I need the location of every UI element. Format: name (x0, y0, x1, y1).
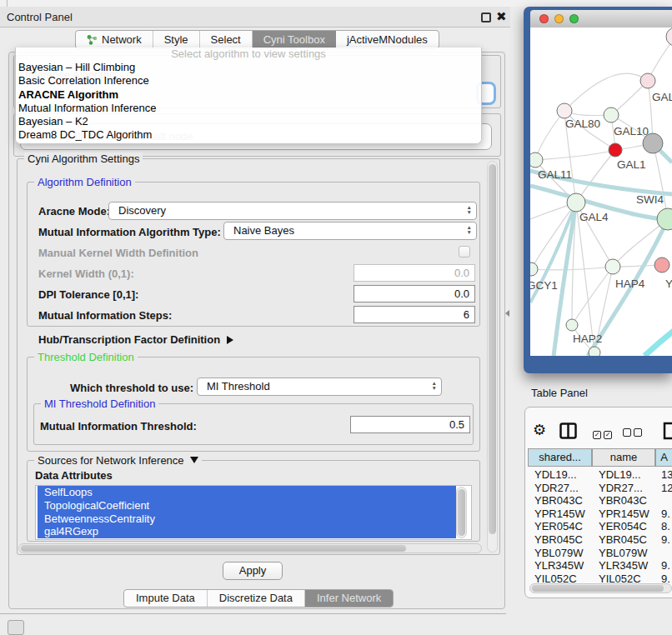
table-cell[interactable]: YER054C (599, 520, 657, 532)
mi-algorithm-type-select[interactable]: Naive Bayes ▲ ▼ (223, 222, 477, 240)
select-all-icon[interactable]: ✓✓ (593, 427, 614, 439)
tab-jactivemnodules[interactable]: jActiveMNodules (336, 31, 439, 48)
network-node-gal[interactable] (640, 73, 655, 88)
table-cell[interactable]: YBL079W (599, 547, 657, 559)
network-edge[interactable] (576, 202, 594, 352)
table-cell[interactable]: YPR145W (534, 508, 594, 520)
tab-cyni-toolbox[interactable]: Cyni Toolbox (253, 31, 336, 48)
node-label: Y (665, 278, 672, 290)
node-label: HAP4 (615, 278, 645, 290)
table-cell[interactable]: 13 (661, 468, 672, 481)
dropdown-item[interactable]: ARACNE Algorithm (16, 88, 481, 102)
data-attributes-list[interactable]: SelfLoopsTopologicalCoefficientBetweenne… (35, 485, 472, 540)
tab-label: jActiveMNodules (347, 33, 428, 46)
network-edge[interactable] (535, 111, 564, 160)
table-cell[interactable]: YBR045C (599, 533, 657, 546)
collapsed-panel-button[interactable] (8, 620, 24, 635)
table-cell[interactable]: YLR345W (599, 559, 657, 572)
table-cell[interactable]: YDL19... (534, 468, 594, 481)
dropdown-item[interactable]: Basic Correlation Inference (16, 74, 481, 88)
table-cell[interactable]: YDL19... (599, 468, 657, 481)
tab-select[interactable]: Select (200, 31, 253, 48)
tab-network[interactable]: Network (76, 31, 153, 48)
table-cell[interactable]: YDR27... (599, 482, 657, 494)
aracne-mode-select[interactable]: Discovery ▲ ▼ (108, 202, 477, 220)
tab-infer-network[interactable]: Infer Network (305, 590, 393, 607)
manual-kernel-width-checkbox[interactable] (459, 246, 470, 258)
mi-threshold-input[interactable]: 0.5 (350, 416, 470, 433)
table-cell[interactable]: YBR043C (534, 494, 594, 507)
tab-style[interactable]: Style (153, 31, 200, 48)
sources-toggle[interactable]: Sources for Network Inference (34, 454, 202, 467)
network-node-hap2[interactable] (566, 319, 578, 331)
node-label: GAL1 (617, 158, 646, 171)
network-node-gal11[interactable] (530, 152, 543, 168)
network-node-swi4[interactable] (657, 208, 672, 230)
table-cell[interactable]: YBL079W (534, 547, 594, 559)
dropdown-item[interactable]: Mutual Information Inference (16, 102, 481, 115)
dropdown-item[interactable]: Dream8 DC_TDC Algorithm (16, 128, 481, 142)
which-threshold-select[interactable]: MI Threshold ▲ ▼ (197, 378, 442, 396)
attribute-list-item[interactable]: gal4RGexp (38, 525, 456, 538)
close-icon[interactable]: ✖ (496, 9, 507, 24)
network-window-titlebar[interactable] (530, 10, 672, 28)
network-node-gal4[interactable] (567, 193, 585, 212)
dpi-tolerance-input[interactable]: 0.0 (354, 285, 475, 302)
network-canvas[interactable]: GALGAL80GAL10GAL1GAL11SWI4GAL4GCY1HAP4YH… (530, 28, 672, 356)
attribute-list-item[interactable]: SelfLoops (38, 486, 456, 499)
column-header-shared...[interactable]: shared... (528, 448, 592, 467)
table-cell[interactable]: YBR043C (599, 494, 657, 507)
attribute-list-item[interactable]: BetweennessCentrality (38, 512, 456, 526)
table-cell[interactable]: 9. (661, 533, 672, 546)
network-node[interactable] (666, 28, 672, 46)
table-horizontal-scrollbar[interactable] (529, 583, 672, 593)
network-edge[interactable] (644, 331, 672, 356)
table-cell[interactable]: YER054C (534, 520, 594, 532)
network-edge[interactable] (564, 73, 648, 111)
dropdown-item[interactable]: Bayesian – K2 (16, 115, 481, 128)
table-cell[interactable]: YLR345W (534, 559, 594, 572)
network-edge[interactable] (576, 150, 615, 202)
apply-button[interactable]: Apply (223, 562, 283, 580)
table-cell[interactable]: 9. (661, 559, 672, 572)
attribute-list-item[interactable]: TopologicalCoefficient (38, 499, 456, 512)
deselect-all-icon[interactable] (623, 427, 644, 439)
network-node-gal80[interactable] (557, 103, 572, 118)
network-node-y[interactable] (654, 258, 669, 272)
mi-steps-input[interactable]: 6 (354, 306, 475, 323)
network-node-gal10[interactable] (604, 108, 619, 122)
table-cell[interactable]: 8. (661, 520, 672, 532)
dropdown-item[interactable]: Bayesian – Hill Climbing (16, 61, 481, 74)
table-cell[interactable]: 12 (661, 482, 672, 494)
network-node[interactable] (643, 133, 663, 153)
panel-resize-handle[interactable] (505, 310, 509, 317)
mi-algorithm-type-value: Naive Bayes (233, 224, 294, 237)
table-cell[interactable]: YPR145W (599, 508, 657, 520)
hub-definition-toggle[interactable]: Hub/Transcription Factor Definition (38, 333, 233, 346)
attributes-list-scrollbar[interactable] (456, 487, 467, 538)
table-icon[interactable] (663, 421, 672, 440)
zoom-traffic-light-icon[interactable] (569, 14, 579, 23)
tab-impute-data[interactable]: Impute Data (124, 590, 208, 607)
table-cell[interactable]: 9. (661, 508, 672, 520)
network-node-hap4[interactable] (605, 259, 620, 274)
network-edge[interactable] (535, 150, 615, 160)
gear-icon[interactable]: ⚙ (533, 421, 546, 439)
split-view-icon[interactable] (559, 422, 577, 439)
settings-horizontal-scrollbar[interactable] (18, 543, 482, 553)
cyni-settings-title: Cyni Algorithm Settings (24, 152, 143, 165)
network-edge[interactable] (531, 267, 613, 270)
table-cell[interactable]: YBR045C (534, 533, 594, 546)
minimize-traffic-light-icon[interactable] (554, 14, 564, 23)
column-header-name[interactable]: name (592, 448, 655, 467)
tab-discretize-data[interactable]: Discretize Data (208, 590, 305, 607)
network-node[interactable] (589, 347, 600, 356)
column-header-A[interactable]: A (655, 448, 672, 467)
network-node-gal1[interactable] (609, 143, 622, 157)
float-window-icon[interactable] (481, 12, 491, 22)
kernel-width-input[interactable]: 0.0 (354, 264, 475, 282)
settings-vertical-scrollbar[interactable] (487, 161, 498, 552)
close-traffic-light-icon[interactable] (539, 14, 549, 23)
network-node-gcy1[interactable] (530, 262, 538, 276)
table-cell[interactable]: YDR27... (534, 482, 594, 494)
